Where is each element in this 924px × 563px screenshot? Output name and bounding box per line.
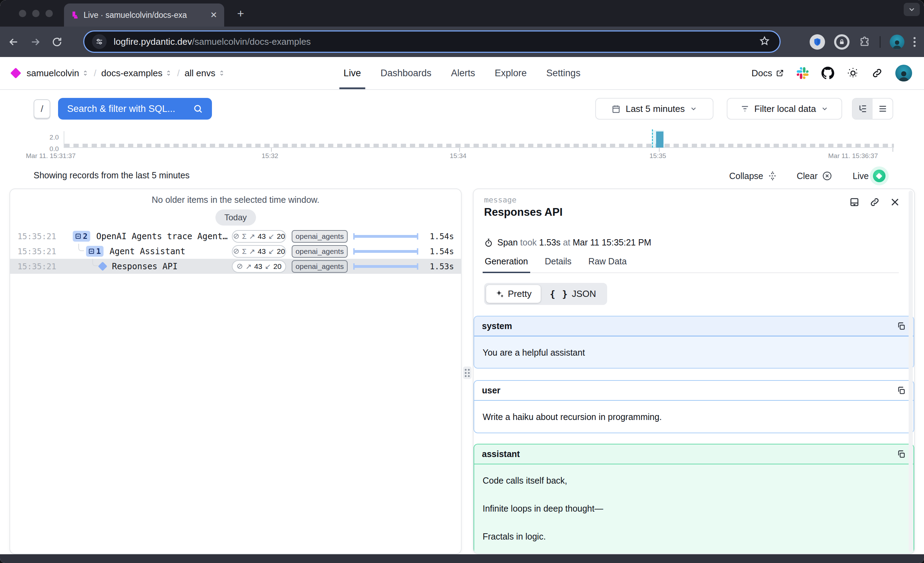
collapse-children-badge[interactable]: 2 [73,231,90,242]
slack-icon[interactable] [797,67,808,79]
browser-tab[interactable]: Live · samuelcolvin/docs-exa ✕ [64,3,224,27]
light-mode-sun-icon[interactable] [847,67,859,79]
shield-icon [813,37,822,46]
browser-toolbar: logfire.pydantic.dev/samuelcolvin/docs-e… [0,27,924,57]
site-settings-button[interactable] [92,34,106,49]
url-bar[interactable]: logfire.pydantic.dev/samuelcolvin/docs-e… [83,30,781,53]
message-content: Write a haiku about recursion in program… [474,401,914,433]
reload-button[interactable] [49,34,65,50]
collapse-children-badge[interactable]: 1 [86,246,104,257]
copy-icon[interactable] [897,450,906,459]
close-window-button[interactable] [19,10,26,17]
scope-tag[interactable]: openai_agents [292,260,348,273]
x-tick-label: 15:34 [450,152,466,160]
share-link-icon[interactable] [872,67,883,79]
tab-settings[interactable]: Settings [546,57,580,89]
breadcrumb-project[interactable]: docs-examples [101,68,172,79]
trace-row-selected[interactable]: 15:35:21 Responses API ↗43 ↙20 openai_ag… [10,259,461,274]
token-out-arrow-icon: ↙ [265,262,271,271]
tab-title: Live · samuelcolvin/docs-exa [84,10,207,20]
role-label: assistant [482,449,520,459]
new-tab-button[interactable]: + [234,6,248,20]
slash-shortcut-key[interactable]: / [34,99,50,118]
duration-label: 1.54s [427,232,454,241]
breadcrumb-separator: / [177,68,179,79]
detail-scrollbar[interactable] [909,190,913,552]
token-usage-badge[interactable]: ↗43 ↙20 [232,260,286,273]
breadcrumb-separator: / [94,68,96,79]
detail-tabs: Generation Details Raw Data [484,254,899,273]
tab-dashboards[interactable]: Dashboards [381,57,432,89]
main-menu: Live Dashboards Alerts Explore Settings [344,57,580,89]
forward-button[interactable] [27,34,44,50]
record-count-bar[interactable] [656,132,663,148]
tab-close-button[interactable]: ✕ [210,10,217,20]
chevron-down-icon [908,5,916,13]
tab-search-button[interactable] [904,3,920,16]
search-sql-button[interactable]: Search & filter with SQL... [58,98,212,120]
tree-view-toggle[interactable] [853,99,873,119]
scope-tag[interactable]: openai_agents [292,230,348,243]
tab-generation[interactable]: Generation [484,254,529,273]
clear-button[interactable]: Clear [797,168,832,184]
url-text[interactable]: logfire.pydantic.dev/samuelcolvin/docs-e… [114,36,759,47]
select-chevrons-icon [165,70,172,76]
tab-details[interactable]: Details [544,254,572,273]
collapse-button[interactable]: Collapse [729,168,778,184]
role-label: system [482,321,512,331]
copy-icon[interactable] [897,322,906,331]
logfire-logo-icon[interactable] [10,67,21,78]
lock-icon [838,39,845,45]
span-name: Agent Assistant [110,247,185,256]
list-view-toggle[interactable] [873,99,892,119]
today-button[interactable]: Today [215,210,256,226]
tab-alerts[interactable]: Alerts [451,57,475,89]
copy-icon[interactable] [897,386,906,395]
panel-resize-handle[interactable] [463,367,471,379]
row-timestamp: 15:35:21 [18,262,66,271]
coin-icon [233,248,240,255]
browser-menu-button[interactable] [914,37,916,47]
trace-row[interactable]: 15:35:21 2 OpenAI Agents trace Agent… Σ … [10,229,461,244]
github-icon[interactable] [821,66,834,80]
square-minus-icon [88,248,95,255]
braces-icon: { } [550,289,568,299]
window-controls[interactable] [19,10,53,17]
token-usage-badge[interactable]: Σ ↗43 ↙20 [232,245,286,258]
span-name: OpenAI Agents trace Agent… [96,232,228,241]
scope-tag[interactable]: openai_agents [292,245,348,258]
bitwarden-extension-icon[interactable] [810,34,825,49]
records-bar: Showing records from the last 5 minutes … [0,168,924,184]
tab-live[interactable]: Live [344,57,361,89]
json-toggle[interactable]: { } JSON [541,285,605,303]
browser-profile-avatar[interactable] [890,34,904,49]
time-range-dropdown[interactable]: Last 5 minutes [595,98,714,120]
tab-explore[interactable]: Explore [495,57,527,89]
message-content: Code calls itself back, Infinite loops i… [474,464,914,554]
minimize-window-button[interactable] [32,10,39,17]
live-toggle[interactable]: Live [853,168,885,184]
extensions-puzzle-icon[interactable] [859,36,870,48]
records-summary: Showing records from the last 5 minutes [34,170,189,180]
tab-raw-data[interactable]: Raw Data [588,254,627,273]
haiku-line: Code calls itself back, [483,474,905,487]
breadcrumb: samuelcolvin / docs-examples / all envs [12,57,225,89]
trace-row[interactable]: 15:35:21 1 Agent Assistant Σ ↗43 ↙20 [10,244,461,259]
duration-label: 1.54s [427,247,454,256]
token-usage-badge[interactable]: Σ ↗43 ↙20 [232,230,286,243]
docs-link[interactable]: Docs [752,68,784,79]
nav-right: Docs [752,57,912,89]
breadcrumb-org[interactable]: samuelcolvin [27,68,89,79]
filter-local-data-dropdown[interactable]: Filter local data [727,98,842,120]
breadcrumb-env[interactable]: all envs [184,68,225,79]
tree-connector [92,259,98,266]
password-extension-icon[interactable] [834,34,849,49]
back-button[interactable] [6,34,22,50]
tune-icon [95,37,104,46]
pretty-toggle[interactable]: Pretty [486,285,541,303]
zoom-window-button[interactable] [45,10,53,17]
span-kind-label: message [484,196,899,204]
bookmark-star-icon[interactable] [759,36,770,48]
user-avatar[interactable] [896,65,912,81]
sparkle-icon [495,289,504,299]
